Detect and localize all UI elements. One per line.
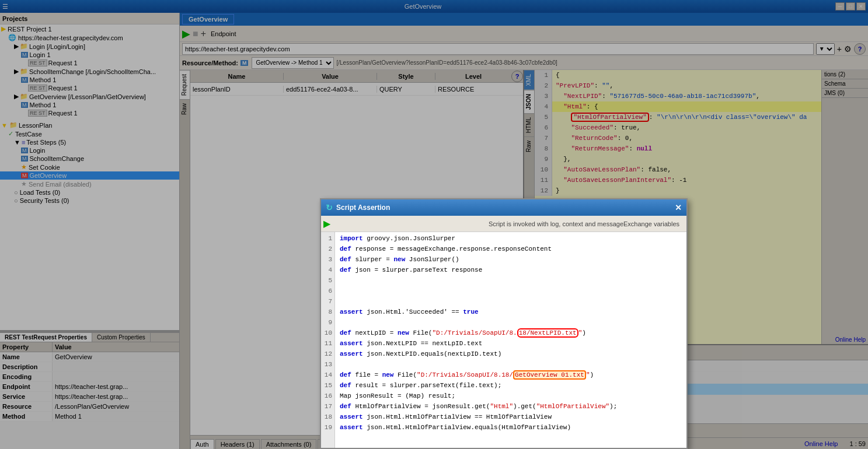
modal-info-text: Script is invoked with log, context and … [333,220,684,227]
script-assertion-modal: ↻ Script Assertion ✕ ▶ Script is invoked… [320,198,688,449]
modal-code-area: 12345678910111213141516171819 import gro… [321,232,686,448]
modal-header: ↻ Script Assertion ✕ [321,199,686,216]
modal-code-content[interactable]: import groovy.json.JsonSlurper def respo… [335,232,686,448]
modal-line-nums: 12345678910111213141516171819 [321,232,335,448]
modal-toolbar: ▶ Script is invoked with log, context an… [321,216,686,232]
modal-icon: ↻ [326,203,333,212]
modal-title: Script Assertion [336,204,390,212]
modal-run-btn[interactable]: ▶ [323,218,330,229]
modal-close-btn[interactable]: ✕ [675,203,682,212]
